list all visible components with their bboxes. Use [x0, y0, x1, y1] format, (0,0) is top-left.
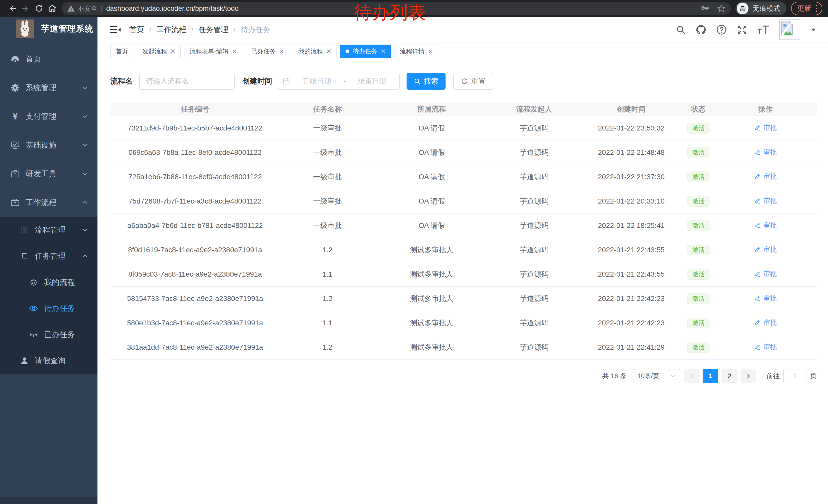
browser-home-icon[interactable] [46, 2, 59, 15]
reset-button[interactable]: 重置 [453, 73, 493, 90]
approve-button[interactable]: 审批 [754, 196, 777, 205]
app-title: 芋道管理系统 [41, 23, 93, 35]
breadcrumb-item[interactable]: 首页 [129, 25, 144, 35]
fullscreen-icon[interactable] [737, 25, 747, 35]
table-row[interactable]: 725a1eb6-7b88-11ec-8ef0-acde48001122 一级审… [110, 165, 817, 189]
approve-button[interactable]: 审批 [754, 221, 777, 230]
browser-reload-icon[interactable] [32, 2, 46, 15]
font-size-icon[interactable] [757, 25, 770, 35]
task-id-cell: 069c6a63-7b8a-11ec-8ef0-acde48001122 [110, 140, 280, 165]
bookmark-star-icon[interactable] [717, 4, 726, 13]
approve-button[interactable]: 审批 [754, 318, 777, 327]
date-range-input[interactable]: 开始日期 - 结束日期 [277, 73, 400, 90]
tab-todo-tasks[interactable]: 待办任务 [340, 45, 391, 58]
tab-close-icon[interactable] [232, 49, 237, 54]
table-row[interactable]: 73211d9d-7b9b-11ec-b5b7-acde48001122 一级审… [110, 116, 817, 140]
sidebar-item-my-process[interactable]: 我的流程 [0, 269, 97, 295]
browser-menu-icon[interactable] [815, 4, 818, 13]
tab-form-edit[interactable]: 流程表单-编辑 [184, 45, 242, 58]
approve-button[interactable]: 审批 [754, 245, 777, 254]
sidebar-item-system[interactable]: 系统管理 [0, 73, 97, 102]
browser-forward-icon[interactable] [19, 2, 32, 15]
approve-button[interactable]: 审批 [754, 148, 777, 156]
sidebar-item-todo-tasks[interactable]: 待办任务 [0, 295, 97, 321]
approve-button[interactable]: 审批 [754, 123, 777, 132]
password-key-icon[interactable] [702, 4, 710, 12]
avatar[interactable] [779, 19, 800, 40]
goto-page-input[interactable] [783, 369, 806, 383]
range-separator: - [343, 77, 345, 85]
sidebar-item-label: 基础设施 [26, 140, 56, 150]
page-number-2[interactable]: 2 [722, 369, 737, 383]
column-header: 所属流程 [375, 102, 488, 116]
sidebar-item-infrastructure[interactable]: 基础设施 [0, 131, 97, 159]
search-icon [414, 78, 421, 85]
prev-page-button[interactable] [684, 369, 699, 383]
update-button[interactable]: 更新 [791, 2, 822, 15]
table-header-row: 任务编号 任务名称 所属流程 流程发起人 创建时间 状态 操作 [110, 102, 817, 116]
help-icon[interactable] [716, 25, 727, 35]
sidebar-item-payment[interactable]: ¥ 支付管理 [0, 102, 97, 131]
page-size-select[interactable]: 10条/页 [633, 369, 680, 383]
action-cell: 审批 [714, 116, 817, 140]
table-row[interactable]: 58154733-7ac8-11ec-a9e2-a2380e71991a 1.2… [110, 286, 817, 311]
next-page-button[interactable] [741, 369, 756, 383]
table-row[interactable]: 75d72608-7b7f-11ec-a3c8-acde48001122 一级审… [110, 189, 817, 213]
table-row[interactable]: 8f059c03-7ac8-11ec-a9e2-a2380e71991a 1.1… [110, 262, 817, 286]
tab-close-icon[interactable] [327, 49, 331, 54]
sidebar-item-home[interactable]: 首页 [0, 45, 97, 73]
approve-button[interactable]: 审批 [754, 269, 777, 278]
status-badge: 激活 [688, 318, 709, 328]
chevron-up-icon [82, 253, 88, 260]
app-logo[interactable]: 芋道管理系统 [0, 17, 97, 41]
search-button[interactable]: 搜索 [407, 73, 446, 90]
tab-my-process[interactable]: 我的流程 [293, 45, 336, 58]
tab-home[interactable]: 首页 [110, 45, 133, 58]
process-cell: OA 请假 [375, 213, 488, 238]
tab-close-icon[interactable] [279, 49, 284, 54]
refresh-icon [461, 78, 468, 85]
table-row[interactable]: 8f0d1619-7ac8-11ec-a9e2-a2380e71991a 1.2… [110, 238, 817, 262]
sidebar-toggle-icon[interactable] [110, 26, 121, 34]
breadcrumb-item[interactable]: 工作流程 [157, 25, 186, 35]
browser-back-icon[interactable] [6, 2, 19, 15]
chevron-down-icon[interactable] [810, 27, 817, 33]
process-name-label: 流程名 [110, 76, 133, 86]
table-row[interactable]: a6aba0a4-7b6d-11ec-b781-acde48001122 一级审… [110, 213, 817, 238]
sidebar-item-task-management[interactable]: 任务管理 [0, 243, 97, 269]
page-number-1[interactable]: 1 [703, 369, 718, 383]
table-row[interactable]: 069c6a63-7b8a-11ec-8ef0-acde48001122 一级审… [110, 140, 817, 165]
status-badge: 激活 [688, 196, 709, 207]
approve-button[interactable]: 审批 [754, 172, 777, 181]
breadcrumb-item[interactable]: 任务管理 [199, 25, 228, 35]
sidebar-item-done-tasks[interactable]: 已办任务 [0, 321, 97, 348]
tab-close-icon[interactable] [171, 49, 175, 54]
table-row[interactable]: 381aa1dd-7ac8-11ec-a9e2-a2380e71991a 1.2… [110, 335, 817, 359]
column-header: 任务编号 [110, 102, 280, 116]
github-icon[interactable] [696, 25, 706, 35]
search-icon[interactable] [676, 25, 686, 35]
tab-close-icon[interactable] [428, 49, 433, 54]
sidebar-item-workflow[interactable]: 工作流程 [0, 188, 97, 217]
table-row[interactable]: 580e1b3d-7ac8-11ec-a9e2-a2380e71991a 1.1… [110, 311, 817, 335]
incognito-icon [737, 3, 748, 14]
tab-close-icon[interactable] [381, 49, 385, 54]
sidebar-item-label: 支付管理 [26, 111, 56, 122]
sidebar-item-process-management[interactable]: 流程管理 [0, 217, 97, 243]
initiator-cell: 芋道源码 [488, 140, 580, 165]
created-at-cell: 2022-01-22 18:25:41 [580, 213, 682, 238]
tab-process-detail[interactable]: 流程详情 [395, 45, 438, 58]
process-name-input[interactable] [139, 73, 235, 90]
approve-button[interactable]: 审批 [754, 294, 777, 303]
tab-label: 发起流程 [142, 47, 167, 55]
tab-done-tasks[interactable]: 已办任务 [246, 45, 289, 58]
edit-pencil-icon [754, 197, 761, 204]
sidebar-item-devtools[interactable]: 研发工具 [0, 159, 97, 188]
tab-start-process[interactable]: 发起流程 [137, 45, 180, 58]
sidebar-item-leave-query[interactable]: 请假查询 [0, 348, 97, 374]
not-secure-icon [67, 5, 75, 12]
gear-icon [10, 83, 20, 92]
edit-pencil-icon [754, 343, 761, 350]
task-name-cell: 1.1 [280, 262, 375, 286]
approve-button[interactable]: 审批 [754, 342, 777, 352]
